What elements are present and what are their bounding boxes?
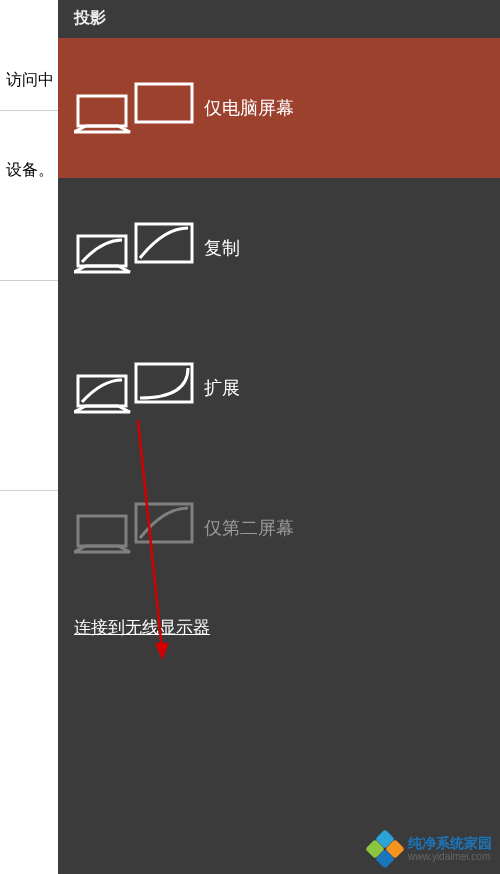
extend-icon [74,358,204,418]
duplicate-icon [74,218,204,278]
divider [0,490,58,491]
background-strip: 访问中 设备。 [0,0,58,874]
option-second-screen-only[interactable]: 仅第二屏幕 [58,458,500,598]
svg-rect-6 [78,516,126,546]
option-extend[interactable]: 扩展 [58,318,500,458]
option-duplicate[interactable]: 复制 [58,178,500,318]
watermark: 纯净系统家园 www.yidaimei.com [368,832,492,866]
bg-text-1: 访问中 [6,70,54,91]
project-panel: 投影 仅电脑屏幕 复制 [58,0,500,874]
wireless-display-link[interactable]: 连接到无线显示器 [74,616,500,639]
divider [0,280,58,281]
svg-rect-1 [136,84,192,122]
option-label: 仅第二屏幕 [204,516,294,540]
option-pc-screen-only[interactable]: 仅电脑屏幕 [58,38,500,178]
svg-rect-0 [78,96,126,126]
option-label: 仅电脑屏幕 [204,96,294,120]
option-label: 复制 [204,236,240,260]
divider [0,110,58,111]
watermark-title: 纯净系统家园 [408,836,492,851]
watermark-url: www.yidaimei.com [408,851,492,862]
option-label: 扩展 [204,376,240,400]
watermark-logo-icon [368,832,402,866]
bg-text-2: 设备。 [6,160,54,181]
pc-only-icon [74,78,204,138]
panel-title: 投影 [58,0,500,38]
second-only-icon [74,498,204,558]
